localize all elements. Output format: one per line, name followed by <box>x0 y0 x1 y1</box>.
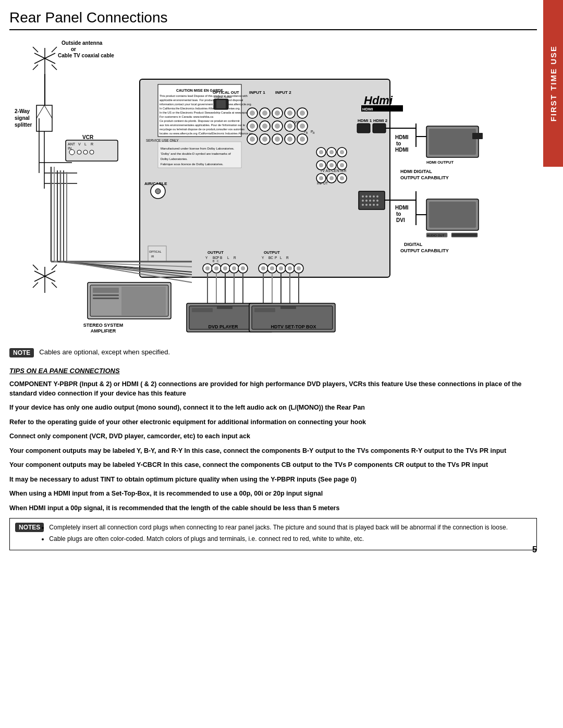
svg-text:DVD PLAYER: DVD PLAYER <box>208 324 238 329</box>
svg-point-236 <box>287 124 292 129</box>
svg-text:AMPLIFIER: AMPLIFIER <box>91 328 116 334</box>
svg-point-184 <box>373 204 375 206</box>
side-tab: FIRST TIME USE <box>543 0 563 167</box>
svg-point-183 <box>369 204 371 206</box>
svg-point-185 <box>376 204 378 206</box>
svg-point-30 <box>90 150 94 154</box>
svg-point-179 <box>373 200 375 202</box>
svg-rect-193 <box>451 233 478 237</box>
svg-text:IR: IR <box>151 255 154 258</box>
diagram-svg: Outside antenna or Cable TV coaxial cabl… <box>9 38 520 340</box>
svg-rect-154 <box>373 124 386 133</box>
svg-text:'Dolby' and the double-D symbo: 'Dolby' and the double-D symbol are trad… <box>161 152 231 155</box>
svg-text:L: L <box>280 256 282 260</box>
svg-text:OUTPUT: OUTPUT <box>207 250 224 255</box>
svg-text:SERVICE USE  ONLY: SERVICE USE ONLY <box>146 139 179 142</box>
svg-point-172 <box>365 195 368 198</box>
side-tab-label: FIRST TIME USE <box>549 45 558 121</box>
svg-point-109 <box>232 266 236 270</box>
svg-point-111 <box>241 266 245 270</box>
svg-text:Y: Y <box>262 256 264 260</box>
svg-point-228 <box>300 110 305 116</box>
svg-text:ANT: ANT <box>68 142 76 146</box>
svg-point-224 <box>275 110 280 116</box>
svg-text:or: or <box>71 46 76 52</box>
svg-point-103 <box>205 266 210 270</box>
tips-section: TIPS ON EA PANE CONNECTIONS COMPONENT Y-… <box>9 367 537 513</box>
page-number: 5 <box>532 545 537 554</box>
svg-text:INPUT 2: INPUT 2 <box>275 90 291 95</box>
notes-list: Completely insert all connection cord pl… <box>49 523 508 546</box>
svg-point-105 <box>214 266 218 270</box>
svg-point-208 <box>319 163 323 167</box>
svg-rect-82 <box>148 246 166 262</box>
tip-paragraph-5: Your component outputs may be labeled Y-… <box>9 461 537 470</box>
svg-text:DVI: DVI <box>396 217 405 223</box>
svg-point-248 <box>300 137 305 142</box>
svg-text:HDMI: HDMI <box>362 107 373 112</box>
svg-text:R: R <box>313 131 315 134</box>
svg-point-220 <box>250 110 255 116</box>
svg-point-181 <box>362 204 364 206</box>
svg-text:For customers in Canada: www.t: For customers in Canada: www.toshiba.ca <box>160 115 214 118</box>
main-content: Rear Panel Connections Outside antenna o… <box>0 0 563 560</box>
svg-rect-153 <box>357 124 370 133</box>
svg-point-212 <box>340 163 344 167</box>
svg-text:BC: BC <box>268 256 273 260</box>
svg-point-125 <box>288 266 292 270</box>
svg-text:HDMI: HDMI <box>395 147 409 153</box>
svg-text:Ce produit contient du plomb. : Ce produit contient du plomb. Disposez c… <box>160 119 240 122</box>
svg-text:locales ou www.aftercycle.org : locales ou www.aftercycle.org /Californi… <box>160 132 252 135</box>
notes-label: NOTES <box>15 523 44 532</box>
tip-paragraph-7: When using a HDMI input from a Set-Top-B… <box>9 489 537 499</box>
svg-text:B: B <box>220 256 222 260</box>
svg-text:P: P <box>217 256 219 260</box>
svg-text:HDMI 1: HDMI 1 <box>358 118 372 123</box>
page-title: Rear Panel Connections <box>9 9 537 30</box>
svg-text:Digital Audio: Digital Audio <box>214 95 232 98</box>
svg-text:In the US or the Electronic Pr: In the US or the Electronic Product Stew… <box>160 111 252 114</box>
svg-text:to: to <box>396 141 401 146</box>
svg-rect-135 <box>192 308 213 312</box>
svg-text:VCR: VCR <box>82 134 94 140</box>
svg-rect-162 <box>429 129 476 155</box>
svg-point-107 <box>223 266 227 270</box>
svg-text:STEREO SYSTEM: STEREO SYSTEM <box>83 323 124 328</box>
svg-point-202 <box>319 150 323 154</box>
svg-point-210 <box>329 163 334 167</box>
svg-text:Hdmi: Hdmi <box>364 94 393 107</box>
svg-point-173 <box>369 195 371 198</box>
svg-text:to: to <box>396 211 401 217</box>
svg-text:HDMI DIGITAL: HDMI DIGITAL <box>400 169 432 174</box>
svg-text:AUDIO OUT: AUDIO OUT <box>427 234 445 237</box>
svg-text:Dolby Laboratories.: Dolby Laboratories. <box>161 157 188 161</box>
svg-point-244 <box>275 137 280 142</box>
svg-text:HDMI 2: HDMI 2 <box>373 118 388 123</box>
tip-paragraph-6: It may be necessary to adust TINT to obt… <box>9 475 537 485</box>
svg-text:INPUT 1: INPUT 1 <box>249 90 265 95</box>
svg-point-204 <box>329 150 334 154</box>
note-box: NOTE Cables are optional, except when sp… <box>9 348 537 357</box>
svg-text:recyclage ou le/retrait dispos: recyclage ou le/retrait dispose de ce pr… <box>160 128 244 131</box>
tip-paragraph-0: COMPONENT Y-PBPR (Input & 2) or HDMI ( &… <box>9 380 537 398</box>
svg-point-176 <box>362 200 364 202</box>
svg-point-246 <box>287 137 292 142</box>
svg-point-218 <box>340 176 344 180</box>
svg-point-230 <box>250 124 255 129</box>
svg-point-175 <box>376 195 378 198</box>
svg-point-222 <box>262 110 267 116</box>
svg-point-234 <box>275 124 280 129</box>
svg-text:OPTICAL: OPTICAL <box>149 250 162 253</box>
svg-text:R: R <box>286 256 289 260</box>
svg-point-174 <box>373 195 375 198</box>
notes-item-1: Cable plugs are often color-coded. Match… <box>49 534 508 544</box>
svg-text:OUTPUT CAPABILITY: OUTPUT CAPABILITY <box>400 248 449 253</box>
svg-text:OUTPUT CAPABILITY: OUTPUT CAPABILITY <box>400 175 449 180</box>
svg-text:applicable environmental laws.: applicable environmental laws. For produ… <box>160 98 243 102</box>
svg-text:Manufactured under license fro: Manufactured under license from Dolby La… <box>161 147 235 150</box>
svg-point-226 <box>287 110 292 116</box>
svg-point-81 <box>155 189 161 194</box>
svg-point-182 <box>365 204 368 206</box>
svg-text:R: R <box>91 142 93 146</box>
notes-box: NOTES Completely insert all connection c… <box>9 518 537 550</box>
